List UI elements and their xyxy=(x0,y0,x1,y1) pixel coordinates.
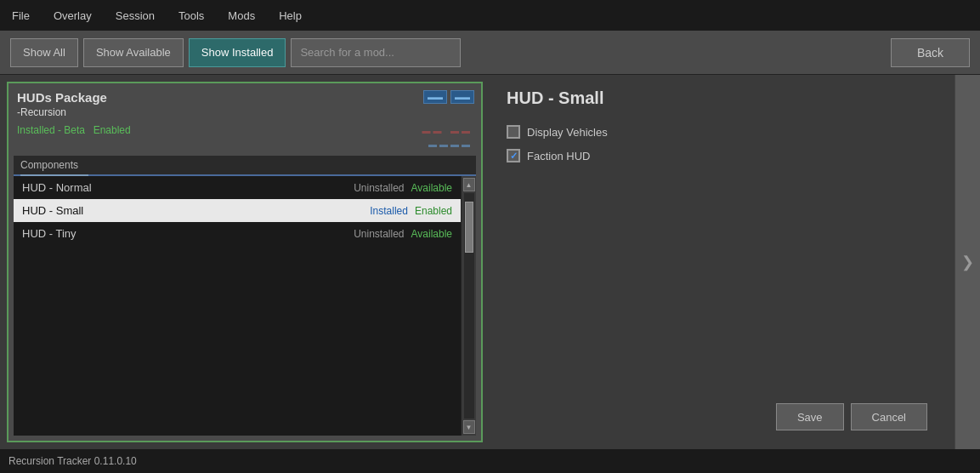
package-title: HUDs Package xyxy=(17,90,107,105)
scroll-thumb[interactable] xyxy=(465,202,473,253)
chevron-right-icon: ❯ xyxy=(961,253,974,271)
components-list-area: HUD - Normal Uninstalled Available HUD -… xyxy=(14,176,476,436)
status-text: Recursion Tracker 0.11.0.10 xyxy=(8,455,137,467)
status-bar: Recursion Tracker 0.11.0.10 xyxy=(0,449,980,473)
installed-beta-label: Installed - Beta xyxy=(17,124,85,136)
search-input[interactable] xyxy=(291,38,461,67)
components-header: Components xyxy=(14,156,476,176)
menu-help[interactable]: Help xyxy=(274,6,307,26)
right-area: HUD - Small Display Vehicles ✓ Faction H… xyxy=(490,75,955,449)
show-all-button[interactable]: Show All xyxy=(10,38,78,67)
component-list-wrap: HUD - Normal Uninstalled Available HUD -… xyxy=(14,176,461,436)
menu-overlay[interactable]: Overlay xyxy=(48,6,97,26)
component-status-uninstalled-0: Uninstalled xyxy=(354,182,404,194)
package-header: HUDs Package -Recursion ▬▬ ▬▬ xyxy=(8,83,481,122)
package-subtitle: -Recursion xyxy=(17,106,107,118)
component-status-installed-1: Installed xyxy=(370,205,408,217)
components-section: Components HUD - Normal Uninstalled Avai… xyxy=(14,156,476,436)
component-row-normal[interactable]: HUD - Normal Uninstalled Available xyxy=(14,176,461,199)
component-name-small: HUD - Small xyxy=(22,204,370,217)
display-vehicles-row[interactable]: Display Vehicles xyxy=(507,125,938,139)
scroll-down-button[interactable]: ▼ xyxy=(463,420,475,434)
action-icon-blue-1[interactable]: ▬▬ xyxy=(423,90,447,104)
component-status-uninstalled-2: Uninstalled xyxy=(354,228,404,240)
cancel-button[interactable]: Cancel xyxy=(851,403,927,430)
component-name-tiny: HUD - Tiny xyxy=(22,227,354,240)
menu-tools[interactable]: Tools xyxy=(173,6,209,26)
save-button[interactable]: Save xyxy=(776,403,844,430)
scroll-track xyxy=(464,193,474,419)
menu-session[interactable]: Session xyxy=(110,6,160,26)
component-status-avail-0: Available xyxy=(411,182,452,194)
menu-mods[interactable]: Mods xyxy=(223,6,260,26)
action-icon-blue-2[interactable]: ▬▬ xyxy=(450,90,474,104)
menu-bar: File Overlay Session Tools Mods Help xyxy=(0,0,980,31)
enabled-label: Enabled xyxy=(93,124,131,136)
scrollbar[interactable]: ▲ ▼ xyxy=(461,176,476,436)
left-panel: HUDs Package -Recursion ▬▬ ▬▬ Installed … xyxy=(7,82,483,442)
component-name-normal: HUD - Normal xyxy=(22,181,354,194)
show-available-button[interactable]: Show Available xyxy=(83,38,184,67)
menu-file[interactable]: File xyxy=(7,6,35,26)
faction-hud-checkbox[interactable]: ✓ xyxy=(507,149,520,162)
display-vehicles-label: Display Vehicles xyxy=(527,126,608,139)
package-actions: ▬▬ ▬▬ xyxy=(423,90,474,104)
component-row-tiny[interactable]: HUD - Tiny Uninstalled Available xyxy=(14,222,461,245)
component-status-avail-2: Available xyxy=(411,228,452,240)
show-installed-button[interactable]: Show Installed xyxy=(189,38,286,67)
right-panel: HUD - Small Display Vehicles ✓ Faction H… xyxy=(490,75,955,449)
version-row: Installed - Beta Enabled ▬▬ ▬▬ xyxy=(8,122,481,138)
faction-hud-label: Faction HUD xyxy=(527,150,590,162)
faction-hud-row[interactable]: ✓ Faction HUD xyxy=(507,149,938,162)
checkmark-icon: ✓ xyxy=(510,151,518,162)
expand-panel-button[interactable]: ❯ xyxy=(955,75,980,449)
component-status-enabled-1: Enabled xyxy=(415,205,452,217)
main-content: HUDs Package -Recursion ▬▬ ▬▬ Installed … xyxy=(0,75,980,449)
toolbar: Show All Show Available Show Installed B… xyxy=(0,31,980,75)
bottom-bar: Save Cancel xyxy=(507,398,938,436)
component-row-small[interactable]: HUD - Small Installed Enabled xyxy=(14,199,461,222)
component-list: HUD - Normal Uninstalled Available HUD -… xyxy=(14,176,461,436)
scroll-up-button[interactable]: ▲ xyxy=(463,178,475,191)
back-button[interactable]: Back xyxy=(891,38,970,67)
detail-title: HUD - Small xyxy=(507,88,938,108)
display-vehicles-checkbox[interactable] xyxy=(507,125,520,139)
